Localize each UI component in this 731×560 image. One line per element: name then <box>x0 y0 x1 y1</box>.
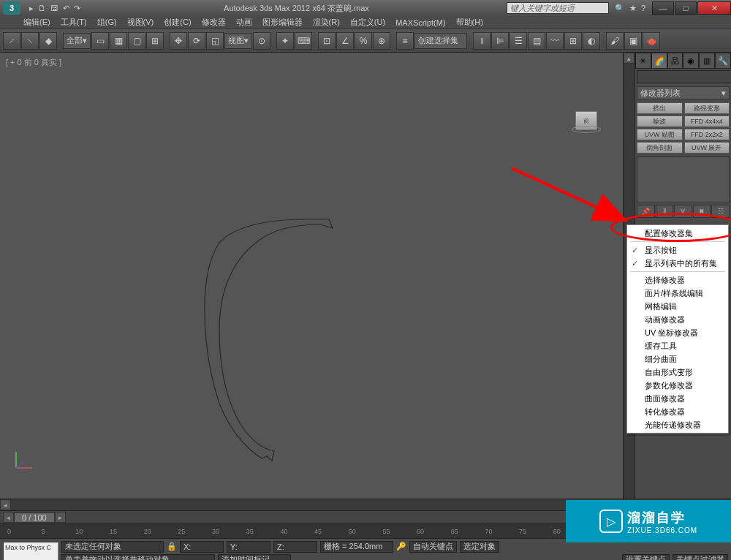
tool-select-link-icon[interactable]: ⟋ <box>3 32 20 50</box>
modbtn-uvw-unwrap[interactable]: UVW 展开 <box>684 142 730 154</box>
tool-rotate-icon[interactable]: ⟳ <box>188 32 205 50</box>
tool-snap-icon[interactable]: ⊡ <box>318 32 336 50</box>
ctx-show-all-sets[interactable]: 显示列表中的所有集 <box>627 257 728 270</box>
modbtn-path-deform[interactable]: 路径变形 <box>684 102 730 114</box>
tool-move-icon[interactable]: ✥ <box>170 32 187 50</box>
maxscript-listener[interactable]: Max to Physx C <box>3 542 58 561</box>
scroll-left-icon[interactable]: ◂ <box>0 499 11 510</box>
qat-redo-icon[interactable]: ↷ <box>74 4 80 13</box>
modbtn-ffd4[interactable]: FFD 4x4x4 <box>684 116 730 127</box>
menu-create[interactable]: 创建(C) <box>164 17 191 28</box>
ctx-select-modifier[interactable]: 选择修改器 <box>627 273 728 287</box>
ctx-uv-modifiers[interactable]: UV 坐标修改器 <box>627 326 728 339</box>
modtool-show-icon[interactable]: Ⅱ <box>656 205 674 218</box>
menu-group[interactable]: 组(G) <box>97 17 117 28</box>
tool-manip-icon[interactable]: ✦ <box>276 32 294 50</box>
search-icon[interactable]: 🔍 <box>615 4 625 13</box>
tool-scale-icon[interactable]: ◱ <box>206 32 224 50</box>
tool-rect-select-icon[interactable]: ▢ <box>128 32 145 50</box>
close-button[interactable]: ✕ <box>697 1 731 15</box>
menu-edit[interactable]: 编辑(E) <box>23 17 50 28</box>
menu-graph[interactable]: 图形编辑器 <box>262 17 303 28</box>
ctx-patch-spline-edit[interactable]: 面片/样条线编辑 <box>627 287 728 300</box>
modifier-stack[interactable] <box>637 156 730 203</box>
menu-custom[interactable]: 自定义(U) <box>350 17 385 28</box>
ref-coord-dropdown[interactable]: 视图 ▾ <box>224 33 252 49</box>
tab-hierarchy-icon[interactable]: 品 <box>667 53 683 69</box>
maximize-button[interactable]: □ <box>675 1 697 15</box>
modifier-list-dropdown[interactable]: 修改器列表 <box>637 86 730 99</box>
menu-modifiers[interactable]: 修改器 <box>202 17 226 28</box>
modtool-pin-icon[interactable]: 📌 <box>637 205 655 218</box>
tool-keyboard-icon[interactable]: ⌨ <box>295 32 312 50</box>
ctx-convert-mod[interactable]: 转化修改器 <box>627 405 728 418</box>
modbtn-uvw-map[interactable]: UVW 贴图 <box>637 129 683 140</box>
key-icon[interactable]: 🔑 <box>396 542 406 551</box>
qat-open-icon[interactable]: 🗋 <box>38 4 46 13</box>
tool-mirror-icon[interactable]: ⦀ <box>473 32 491 50</box>
tool-named-sel-icon[interactable]: ≡ <box>396 32 414 50</box>
tool-schematic-icon[interactable]: ⊞ <box>564 32 582 50</box>
app-logo[interactable]: 3 <box>3 1 20 15</box>
modtool-configure-icon[interactable]: ☷ <box>711 205 730 218</box>
qat-save-icon[interactable]: 🖫 <box>50 4 58 13</box>
ctx-anim-modifiers[interactable]: 动画修改器 <box>627 313 728 326</box>
qat-undo-icon[interactable]: ↶ <box>63 4 69 13</box>
tool-pivot-icon[interactable]: ⊙ <box>253 32 270 50</box>
modbtn-extrude[interactable]: 挤出 <box>637 102 683 114</box>
tool-align-icon[interactable]: ⊫ <box>491 32 509 50</box>
tool-percent-snap-icon[interactable]: % <box>355 32 372 50</box>
selection-filter-dropdown[interactable]: 全部 ▾ <box>63 33 91 49</box>
ctx-cache-tools[interactable]: 缓存工具 <box>627 339 728 352</box>
modbtn-ffd2[interactable]: FFD 2x2x2 <box>684 129 730 140</box>
add-time-tag[interactable]: 添加时间标记 <box>218 554 291 561</box>
modbtn-lathe[interactable]: 噪波 <box>637 116 683 127</box>
ctx-parametric-mod[interactable]: 参数化修改器 <box>627 379 728 392</box>
auto-key-button[interactable]: 自动关键点 <box>409 541 457 553</box>
tool-render-setup-icon[interactable]: 🖌 <box>606 32 624 50</box>
scroll-up-icon[interactable]: ▴ <box>624 53 635 64</box>
named-selection-dropdown[interactable]: 创建选择集 <box>414 33 467 49</box>
menu-animation[interactable]: 动画 <box>236 17 252 28</box>
modtool-unique-icon[interactable]: ∀ <box>674 205 692 218</box>
help-search-input[interactable]: 键入关键字或短语 <box>507 2 609 14</box>
object-name-input[interactable] <box>637 70 731 83</box>
key-filter-button[interactable]: 关键点过滤器 <box>673 554 728 561</box>
set-key-button[interactable]: 设置关键点 <box>622 554 670 561</box>
viewport[interactable]: [ + 0 前 0 真实 ] 前 <box>0 53 623 499</box>
modtool-remove-icon[interactable]: ✖ <box>693 205 711 218</box>
tool-angle-snap-icon[interactable]: ∠ <box>336 32 354 50</box>
favorite-icon[interactable]: ★ <box>629 4 637 13</box>
menu-help[interactable]: 帮助(H) <box>456 17 483 28</box>
tool-spinner-snap-icon[interactable]: ⊕ <box>373 32 390 50</box>
tool-unlink-icon[interactable]: ⟍ <box>21 32 39 50</box>
ctx-surface-mod[interactable]: 曲面修改器 <box>627 392 728 405</box>
menu-views[interactable]: 视图(V) <box>127 17 154 28</box>
help-icon[interactable]: ? <box>641 4 645 13</box>
tool-material-icon[interactable]: ◐ <box>583 32 600 50</box>
tab-utilities-icon[interactable]: 🔧 <box>715 53 731 69</box>
tool-select-icon[interactable]: ▭ <box>91 32 109 50</box>
menu-tools[interactable]: 工具(T) <box>61 17 87 28</box>
tool-graphite-icon[interactable]: ▤ <box>528 32 545 50</box>
qat-new-icon[interactable]: ▸ <box>29 4 34 13</box>
timeslider-next-icon[interactable]: ▸ <box>55 512 66 523</box>
time-thumb[interactable]: 0 / 100 <box>14 512 55 523</box>
tab-motion-icon[interactable]: ◉ <box>683 53 699 69</box>
ctx-subdiv-surfaces[interactable]: 细分曲面 <box>627 352 728 366</box>
ctx-radiosity-mod[interactable]: 光能传递修改器 <box>627 418 728 431</box>
tab-display-icon[interactable]: ▥ <box>699 53 715 69</box>
ctx-show-buttons[interactable]: 显示按钮 <box>627 243 728 257</box>
tab-create-icon[interactable]: ✳ <box>635 53 651 69</box>
ctx-freeform-deform[interactable]: 自由形式变形 <box>627 366 728 379</box>
selected-obj-dd[interactable]: 选定对象 <box>460 541 499 553</box>
tool-render-frame-icon[interactable]: ▣ <box>624 32 642 50</box>
tool-curve-editor-icon[interactable]: 〰 <box>546 32 564 50</box>
menu-maxscript[interactable]: MAXScript(M) <box>395 18 445 27</box>
tool-select-name-icon[interactable]: ▦ <box>110 32 127 50</box>
tool-layers-icon[interactable]: ☰ <box>510 32 527 50</box>
tab-modify-icon[interactable]: 🌈 <box>651 53 667 69</box>
timeslider-prev-icon[interactable]: ◂ <box>3 512 14 523</box>
lock-icon[interactable]: 🔒 <box>167 542 177 551</box>
ctx-mesh-edit[interactable]: 网格编辑 <box>627 300 728 313</box>
